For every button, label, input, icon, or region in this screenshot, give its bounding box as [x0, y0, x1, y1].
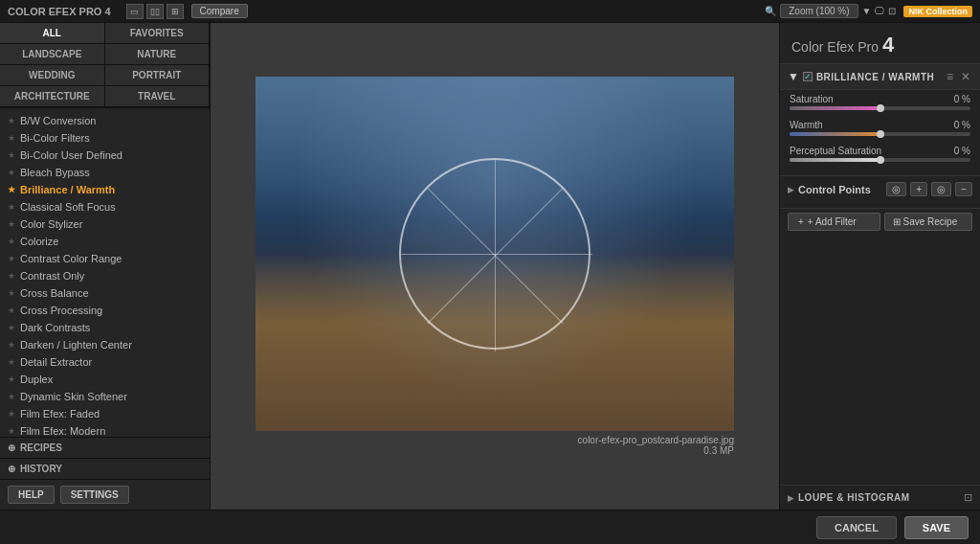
save-recipe-button[interactable]: ⊞ Save Recipe: [884, 213, 973, 231]
effect-menu-button[interactable]: ≡: [945, 70, 955, 83]
perceptual-saturation-value: 0 %: [954, 146, 970, 156]
category-landscape[interactable]: LANDSCAPE: [0, 44, 105, 65]
filter-duplex[interactable]: ★Duplex: [0, 371, 210, 388]
category-architecture[interactable]: ARCHITECTURE: [0, 86, 105, 107]
saturation-slider-row: Saturation 0 %: [780, 90, 980, 116]
perceptual-saturation-thumb[interactable]: [877, 156, 884, 164]
filter-film-efex-faded[interactable]: ★Film Efex: Faded: [0, 405, 210, 422]
filter-categories: ALL FAVORITES LANDSCAPE NATURE WEDDING P…: [0, 23, 210, 108]
control-points-section: ▶ Control Points ◎ + ◎ −: [780, 176, 980, 209]
filter-contrast-only[interactable]: ★Contrast Only: [0, 267, 210, 284]
warmth-slider-row: Warmth 0 %: [780, 116, 980, 142]
filter-dynamic-skin-softener[interactable]: ★Dynamic Skin Softener: [0, 388, 210, 405]
star-icon[interactable]: ★: [8, 168, 15, 177]
help-button[interactable]: HELP: [8, 486, 55, 504]
select-icon: ◎: [892, 184, 901, 194]
star-icon[interactable]: ★: [8, 288, 15, 298]
settings-button[interactable]: SETTINGS: [60, 486, 129, 504]
loupe-arrow-icon[interactable]: ▶: [788, 493, 794, 503]
recipes-icon: ⊕: [8, 442, 15, 453]
warmth-thumb[interactable]: [877, 130, 884, 138]
save-recipe-icon: ⊞: [893, 216, 901, 227]
filter-bi-color-user-defined[interactable]: ★Bi-Color User Defined: [0, 147, 210, 164]
compare-button[interactable]: Compare: [191, 4, 248, 18]
star-icon[interactable]: ★: [8, 392, 15, 401]
main-layout: ALL FAVORITES LANDSCAPE NATURE WEDDING P…: [0, 23, 980, 510]
filter-classical-soft-focus[interactable]: ★Classical Soft Focus: [0, 198, 210, 215]
category-nature[interactable]: NATURE: [105, 44, 211, 65]
filter-colorize[interactable]: ★Colorize: [0, 233, 210, 250]
saturation-value: 0 %: [954, 94, 970, 104]
filter-contrast-color-range[interactable]: ★Contrast Color Range: [0, 250, 210, 267]
category-favorites[interactable]: FAVORITES: [105, 23, 211, 44]
control-point-remove-btn[interactable]: ◎: [931, 182, 951, 196]
warmth-label-row: Warmth 0 %: [790, 120, 970, 130]
perceptual-saturation-label: Perceptual Saturation: [790, 146, 881, 156]
star-icon[interactable]: ★: [8, 271, 15, 281]
panel-spacer: [780, 235, 980, 485]
filter-brilliance-warmth[interactable]: ★Brilliance / Warmth: [0, 181, 210, 198]
filter-bleach-bypass[interactable]: ★Bleach Bypass: [0, 164, 210, 181]
cancel-button[interactable]: CANCEL: [816, 516, 897, 539]
warmth-track[interactable]: [790, 132, 970, 136]
split-view-btn[interactable]: ▯▯: [146, 4, 164, 19]
saturation-thumb[interactable]: [877, 104, 884, 112]
star-icon[interactable]: ★: [8, 357, 15, 367]
category-all[interactable]: ALL: [0, 23, 105, 44]
perceptual-saturation-label-row: Perceptual Saturation 0 %: [790, 146, 970, 156]
collapse-arrow-icon[interactable]: ▼: [788, 70, 799, 83]
filter-bw-conversion[interactable]: ★B/W Conversion: [0, 112, 210, 129]
circle-overlay: [399, 158, 590, 350]
effect-close-button[interactable]: ✕: [959, 70, 972, 83]
save-button[interactable]: SAVE: [904, 516, 969, 539]
star-icon[interactable]: ★: [8, 202, 15, 212]
filter-bi-color-filters[interactable]: ★Bi-Color Filters: [0, 129, 210, 147]
filter-film-efex-modern[interactable]: ★Film Efex: Modern: [0, 422, 210, 437]
zoom-button[interactable]: Zoom (100 %): [780, 4, 858, 18]
star-icon[interactable]: ★: [8, 133, 15, 143]
star-icon[interactable]: ★: [8, 374, 15, 384]
loupe-settings-icon[interactable]: ⊡: [964, 491, 972, 504]
filter-cross-processing[interactable]: ★Cross Processing: [0, 302, 210, 319]
star-icon[interactable]: ★: [8, 254, 15, 263]
recipes-section[interactable]: ⊕ RECIPES: [0, 438, 210, 459]
star-icon[interactable]: ★: [8, 409, 15, 419]
star-icon[interactable]: ★: [8, 426, 15, 436]
filter-dark-contrasts[interactable]: ★Dark Contrasts: [0, 319, 210, 336]
control-point-add-btn[interactable]: +: [910, 182, 927, 196]
filter-detail-extractor[interactable]: ★Detail Extractor: [0, 353, 210, 371]
category-portrait[interactable]: PORTRAIT: [105, 65, 211, 86]
nik-badge: NIK Collection: [903, 6, 972, 17]
right-panel: Color Efex Pro 4 ▼ ✓ BRILLIANCE / WARMTH…: [779, 23, 980, 510]
saturation-track[interactable]: [790, 106, 970, 110]
single-view-btn[interactable]: ▭: [126, 4, 144, 19]
plus-icon: +: [798, 216, 804, 227]
filter-darken-lighten-center[interactable]: ★Darken / Lighten Center: [0, 336, 210, 353]
perceptual-saturation-track[interactable]: [790, 158, 970, 162]
checkmark-icon: ✓: [804, 72, 812, 81]
star-icon[interactable]: ★: [8, 185, 15, 194]
category-travel[interactable]: TRAVEL: [105, 86, 211, 107]
image-container: color-efex-pro_postcard-paradise.jpg 0.3…: [256, 77, 734, 456]
effect-toggle[interactable]: ✓: [803, 72, 813, 81]
control-point-delete-btn[interactable]: −: [955, 182, 972, 196]
photo-display: [256, 77, 734, 431]
star-icon[interactable]: ★: [8, 323, 15, 332]
control-points-arrow-icon[interactable]: ▶: [788, 185, 794, 194]
history-section[interactable]: ⊕ HISTORY: [0, 459, 210, 480]
star-icon[interactable]: ★: [8, 306, 15, 315]
category-wedding[interactable]: WEDDING: [0, 65, 105, 86]
grid-view-btn[interactable]: ⊞: [167, 4, 184, 19]
add-filter-button[interactable]: + + Add Filter: [788, 213, 880, 231]
star-icon[interactable]: ★: [8, 116, 15, 125]
star-icon[interactable]: ★: [8, 150, 15, 160]
filter-cross-balance[interactable]: ★Cross Balance: [0, 284, 210, 302]
control-point-select-btn[interactable]: ◎: [886, 182, 906, 196]
recipes-label: RECIPES: [20, 442, 62, 453]
star-icon[interactable]: ★: [8, 237, 15, 246]
star-icon[interactable]: ★: [8, 340, 15, 350]
image-resolution: 0.3 MP: [256, 445, 734, 456]
filter-color-stylizer[interactable]: ★Color Stylizer: [0, 215, 210, 233]
history-label: HISTORY: [20, 464, 62, 474]
star-icon[interactable]: ★: [8, 219, 15, 229]
